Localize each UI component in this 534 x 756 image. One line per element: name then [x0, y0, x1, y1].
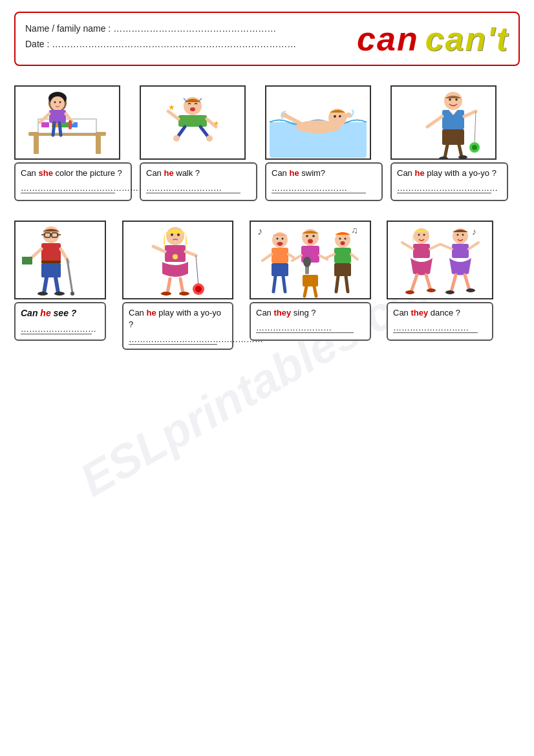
- card-2-he-walk: ★ ★ Can he walk ? ………………………: [140, 85, 257, 201]
- worksheet-page: ESLprintables.com Name / family name : ……: [0, 0, 534, 756]
- svg-line-134: [441, 244, 452, 249]
- svg-line-81: [167, 279, 170, 293]
- svg-line-18: [59, 123, 61, 135]
- question-box-2[interactable]: Can he walk ? ………………………: [140, 162, 257, 201]
- question-box-3[interactable]: Can he swim? ………………………: [265, 162, 383, 201]
- answer-line-5[interactable]: ………………………: [21, 324, 92, 334]
- svg-rect-43: [442, 129, 464, 145]
- name-line[interactable]: Name / family name : ………………………………………………: [25, 23, 357, 34]
- svg-line-77: [186, 252, 196, 255]
- svg-line-118: [336, 276, 338, 292]
- card-row-2: Can he see ? ………………………: [14, 221, 520, 350]
- highlight-she: she: [38, 168, 52, 178]
- svg-rect-63: [22, 257, 32, 265]
- svg-rect-60: [41, 261, 61, 263]
- svg-text:♪: ♪: [472, 226, 476, 237]
- svg-line-78: [196, 255, 198, 286]
- svg-point-83: [161, 292, 171, 296]
- svg-point-128: [405, 290, 414, 294]
- question-box-8[interactable]: Can they dance ? ………………………: [387, 302, 493, 341]
- header-box: Name / family name : ……………………………………………… …: [14, 12, 520, 66]
- img-they-sing: ♪ ♫ ♪: [250, 221, 371, 299]
- svg-line-65: [67, 259, 72, 293]
- svg-rect-1: [34, 136, 39, 154]
- question-box-6[interactable]: Can he play with a yo-yo ? ……………………………………: [122, 302, 233, 350]
- svg-line-50: [459, 145, 462, 157]
- svg-rect-16: [69, 120, 72, 129]
- img-he-see: [14, 221, 106, 299]
- svg-point-40: [449, 98, 451, 101]
- question-box-5[interactable]: Can he see ? ………………………: [14, 302, 106, 341]
- answer-line-7[interactable]: ………………………: [256, 323, 354, 333]
- svg-point-72: [171, 233, 173, 236]
- answer-line-8[interactable]: ………………………: [393, 323, 478, 333]
- answer-line-6[interactable]: …………………………………………: [129, 334, 217, 345]
- question-box-1[interactable]: Can she color the picture ? …………………………………: [14, 162, 132, 201]
- highlight-they-7: they: [273, 308, 291, 318]
- answer-line-4[interactable]: ………………………………: [397, 183, 491, 193]
- svg-point-51: [439, 157, 448, 159]
- svg-line-135: [469, 243, 478, 249]
- card-7-they-sing: ♪ ♫ ♪: [250, 221, 379, 350]
- svg-point-48: [472, 145, 477, 150]
- date-line[interactable]: Date : ………………………………………………………………………: [25, 39, 357, 49]
- title-cant: can't: [425, 19, 509, 58]
- svg-point-91: [277, 242, 283, 246]
- svg-point-101: [308, 239, 313, 244]
- question-text-3: Can he swim?: [272, 167, 376, 179]
- svg-point-112: [345, 238, 347, 240]
- svg-line-109: [314, 286, 316, 296]
- question-text-7: Can they sing ?: [256, 307, 365, 319]
- svg-line-108: [304, 286, 306, 296]
- svg-point-132: [462, 234, 464, 236]
- svg-point-99: [306, 235, 308, 237]
- svg-line-45: [464, 111, 476, 116]
- svg-rect-13: [49, 110, 66, 123]
- card-3-he-swim: Can he swim? ………………………: [265, 85, 383, 201]
- highlight-he-3: he: [289, 168, 299, 178]
- svg-point-89: [277, 238, 279, 240]
- answer-line-2[interactable]: ………………………: [146, 183, 240, 193]
- row1-section: Can she color the picture ? …………………………………: [14, 85, 520, 201]
- svg-rect-114: [334, 248, 351, 263]
- highlight-he-4: he: [414, 168, 424, 178]
- answer-line-1[interactable]: ………………………………………: [21, 183, 115, 193]
- question-box-7[interactable]: Can they sing ? ………………………: [250, 302, 371, 341]
- answer-line-3[interactable]: ………………………: [272, 183, 366, 193]
- card-6-he-yoyo2: Can he play with a yo-yo ? ……………………………………: [122, 221, 242, 350]
- svg-rect-59: [41, 243, 61, 261]
- svg-point-104: [303, 257, 311, 267]
- question-text-5: Can he see ?: [21, 307, 100, 320]
- svg-line-124: [402, 243, 413, 249]
- svg-point-27: [206, 135, 213, 142]
- svg-point-69: [37, 292, 48, 296]
- svg-point-122: [423, 234, 425, 236]
- title-can: can: [357, 19, 419, 58]
- svg-rect-92: [272, 248, 288, 263]
- svg-point-131: [457, 234, 459, 236]
- svg-rect-4: [41, 122, 49, 127]
- card-5-he-see: Can he see ? ………………………: [14, 221, 114, 350]
- card-4-he-yoyo: Can he play with a yo-yo ? ………………………………: [390, 85, 508, 201]
- svg-point-12: [59, 101, 61, 103]
- svg-line-136: [451, 275, 456, 292]
- svg-point-113: [341, 241, 345, 245]
- svg-line-22: [168, 111, 178, 119]
- svg-point-33: [334, 115, 336, 118]
- svg-point-70: [54, 292, 65, 296]
- svg-rect-117: [334, 263, 351, 276]
- svg-point-138: [445, 290, 454, 294]
- svg-text:★: ★: [213, 120, 219, 127]
- svg-point-139: [466, 288, 475, 292]
- svg-rect-6: [61, 122, 69, 127]
- svg-line-125: [430, 244, 440, 249]
- svg-line-96: [273, 276, 275, 292]
- svg-line-44: [427, 116, 442, 127]
- svg-text:♪: ♪: [257, 226, 262, 237]
- svg-line-115: [326, 254, 334, 258]
- svg-rect-123: [413, 244, 430, 258]
- svg-line-116: [351, 254, 358, 259]
- svg-point-41: [455, 98, 458, 101]
- question-text-8: Can they dance ?: [393, 307, 487, 319]
- question-box-4[interactable]: Can he play with a yo-yo ? ………………………………: [390, 162, 508, 201]
